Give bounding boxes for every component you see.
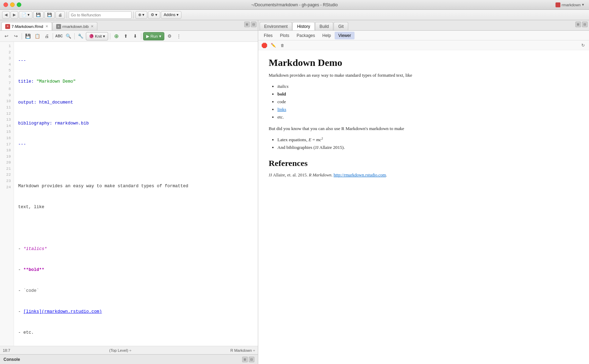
minimize-button[interactable] [10,2,15,7]
code-lines: --- title: "Markdown Demo" output: html_… [14,42,258,346]
reference-entry: JJ Allaire, et. al. 2015. R Markdown. ht… [269,172,579,179]
undo-button[interactable]: ↩ [2,32,10,40]
collapse-editor-button[interactable]: ⊟ [251,22,256,27]
tab-build[interactable]: Build [315,22,334,30]
user-info: rmarkdown ▾ [556,2,584,7]
subtab-viewer[interactable]: Viewer [335,32,354,39]
knit-button[interactable]: 🧶 Knit ▾ [86,32,108,40]
save-button[interactable]: 💾 [33,11,44,19]
expand-editor-button[interactable]: ⊞ [244,22,250,27]
console-label: Console [3,357,20,362]
collapse-console-button[interactable]: ⊟ [249,357,254,362]
print-button[interactable]: 🖨 [55,11,65,19]
window-title: ~/Documents/rmarkdown - gh-pages - RStud… [251,2,338,7]
bib-icon: b [56,24,61,29]
viewer-refresh-button[interactable]: ↻ [579,41,587,49]
tab-git[interactable]: Git [334,22,348,30]
code-tools-button[interactable]: 🔧 [76,32,85,40]
save-doc-button[interactable]: 💾 [24,32,32,40]
right-top-tabs: Environment History Build Git ⊞ ⊟ [258,20,589,31]
viewer-content: Markdown Demo Markdown provides an easy … [258,50,589,364]
go-to-file-input[interactable] [69,11,132,19]
title-bar: ~/Documents/rmarkdown - gh-pages - RStud… [0,0,589,10]
toolbar-sep5 [141,33,141,39]
subtab-files[interactable]: Files [260,32,276,39]
tab-history[interactable]: History [292,22,314,30]
run-button[interactable]: ▶ Run ▾ [143,32,164,40]
print-doc-button[interactable]: 🖨 [43,32,51,40]
spell-check-button[interactable]: ABC [55,32,63,40]
list-item-etc: etc. [277,113,579,121]
chunk-options-button[interactable]: ⚙ ▾ [148,11,160,19]
viewer-edit-button[interactable]: ✏️ [269,41,277,49]
nav-back-button[interactable]: ◀ [2,11,10,19]
traffic-lights [3,2,21,7]
subtab-packages[interactable]: Packages [293,32,319,39]
down-chunk-button[interactable]: ⬇ [131,32,139,40]
viewer-stop-button[interactable]: 🛑 [260,41,268,49]
toolbar-sep1 [22,33,22,39]
new-file-button[interactable]: 📄 ▾ [19,11,32,19]
links-link[interactable]: links [277,107,286,112]
run-label: ▶ Run ▾ [146,34,161,39]
tab-bib[interactable]: b rmarkdown.bib ✕ [52,22,97,30]
editor-status-bar: 18:7 (Top Level) ÷ R Markdown ÷ [0,346,258,354]
knit-label: Knit ▾ [95,34,105,39]
insert-chunk-button[interactable]: ⊕ [112,32,120,40]
editor-toolbar: ↩ ↪ 💾 📋 🖨 ABC 🔍 🔧 🧶 Knit ▾ ⊕ ⬆ ⬇ ▶ Run ▾ [0,31,258,42]
code-editor[interactable]: 12345 678910 1112131415 1617181920 21222… [0,42,258,346]
find-button[interactable]: 🔍 [64,32,73,40]
tab-controls: ⊞ ⊟ [244,22,256,27]
code-level: (Top Level) ÷ [109,348,132,352]
tab-close-bib[interactable]: ✕ [91,24,94,28]
toolbar-sep4 [110,33,110,39]
close-button[interactable] [3,2,8,7]
viewer-intro: Markdown provides an easy way to make st… [269,72,579,79]
reference-link[interactable]: http://rmarkdown.rstudio.com [334,173,386,177]
viewer-list2: Latex equations, E = mc2 And bibliograph… [277,136,579,152]
save-copy-button[interactable]: 📋 [33,32,42,40]
console-bar: Console ⊞ ⊟ [0,354,258,364]
tab-close-rmd[interactable]: ✕ [45,24,48,28]
console-controls: ⊞ ⊟ [242,357,254,362]
expand-console-button[interactable]: ⊞ [242,357,248,362]
up-chunk-button[interactable]: ⬆ [121,32,130,40]
viewer-toolbar: 🛑 ✏️ 🗑 ↻ [258,40,589,50]
collapse-right-button[interactable]: ⊟ [582,22,588,27]
line-numbers: 12345 678910 1112131415 1617181920 21222… [0,42,14,346]
viewer-list1: italics bold code links etc. [277,83,579,121]
separator2 [133,12,134,18]
toolbar-sep2 [53,33,53,39]
tab-rmd[interactable]: R 7-Markdown.Rmd ✕ [1,22,52,30]
nav-forward-button[interactable]: ▶ [10,11,18,19]
list-item-code: code [277,98,579,106]
redo-button[interactable]: ↪ [12,32,20,40]
separator [67,12,67,18]
addins-button[interactable]: Addins ▾ [161,11,181,19]
viewer-clear-button[interactable]: 🗑 [278,41,286,49]
list-item-italics: italics [277,83,579,90]
references-heading: References [269,159,579,168]
cursor-position: 18:7 [3,348,10,352]
toolbar-sep3 [74,33,75,39]
subtab-plots[interactable]: Plots [276,32,293,39]
options-button[interactable]: ⚙ [165,32,174,40]
subtab-help[interactable]: Help [319,32,335,39]
more-options-button[interactable]: ⋮ [175,32,183,40]
fullscreen-button[interactable] [17,2,21,7]
viewer-title: Markdown Demo [269,57,579,68]
save-all-button[interactable]: 💾 [44,11,55,19]
rmd-icon: R [5,24,10,29]
main-container: R 7-Markdown.Rmd ✕ b rmarkdown.bib ✕ ⊞ ⊟… [0,20,589,364]
right-tab-controls: ⊞ ⊟ [575,22,588,27]
tab-environment[interactable]: Environment [260,22,292,30]
list-item-latex: Latex equations, E = mc2 [277,136,579,144]
list-item-links: links [277,106,579,113]
editor-panel: R 7-Markdown.Rmd ✕ b rmarkdown.bib ✕ ⊞ ⊟… [0,20,258,364]
source-button[interactable]: ⊕ ▾ [135,11,147,19]
file-mode: R Markdown ÷ [230,348,255,352]
viewer-paragraph2: But did you know that you can also use R… [269,125,579,132]
editor-tab-bar: R 7-Markdown.Rmd ✕ b rmarkdown.bib ✕ ⊞ ⊟ [0,20,258,31]
expand-right-button[interactable]: ⊞ [575,22,581,27]
right-panel: Environment History Build Git ⊞ ⊟ Files … [258,20,589,364]
